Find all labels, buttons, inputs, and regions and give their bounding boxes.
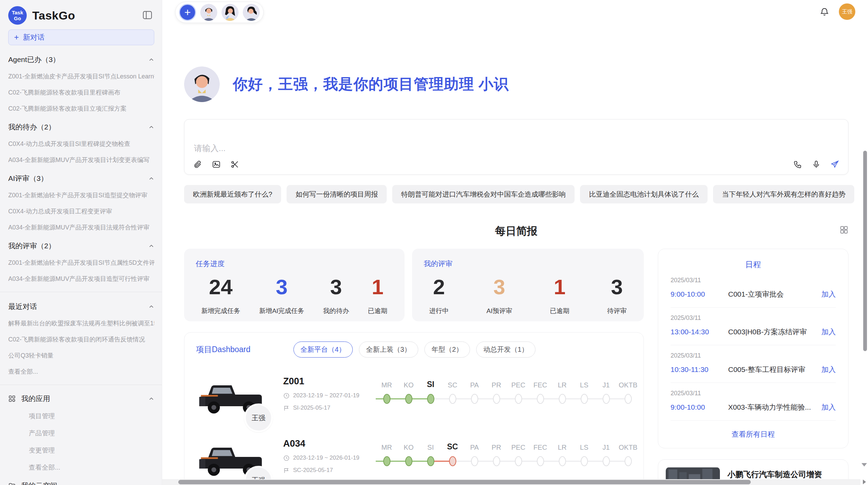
sidebar-item[interactable]: C0X4-动力总成开发项目工程变更评审 [8, 207, 154, 215]
milestone-dot [427, 456, 434, 466]
scroll-down-arrow[interactable] [861, 463, 867, 467]
schedule-name: C003|H0B-方案冻结评审 [728, 327, 821, 337]
milestone: SI [420, 439, 442, 469]
card-title: 任务进度 [196, 259, 393, 269]
project-info: A034 2023-12-19 ~ 2026-01-19 SC-2025-05-… [283, 438, 376, 474]
section-my-review[interactable]: 我的评审（2） [8, 241, 154, 251]
message-composer[interactable]: 请输入... [184, 119, 848, 175]
app-logo: Task Go [8, 6, 27, 25]
join-link[interactable]: 加入 [821, 289, 836, 299]
sidebar-item[interactable]: C0X4-动力总成开发项目SI里程碑提交物检查 [8, 140, 154, 148]
app-item-project-mgmt[interactable]: 项目管理 [29, 412, 154, 421]
suggestion-chip[interactable]: 特朗普可能对进口汽车增税会对中国车企造成哪些影响 [392, 185, 575, 203]
join-link[interactable]: 加入 [821, 327, 836, 337]
project-image: 王强 [196, 438, 275, 482]
section-title: 最近对话 [8, 302, 37, 311]
project-info: Z001 2023-12-19 ~ 2027-01-19 SI-2025-05-… [283, 376, 376, 411]
suggestion-chip[interactable]: 当下年轻人对汽车外观有怎样的喜好趋势 [713, 185, 854, 203]
sidebar-item-my-apps[interactable]: 我的应用 [8, 394, 154, 403]
grid-icon [8, 395, 16, 402]
horizontal-scrollbar-thumb[interactable] [178, 480, 751, 484]
milestone: J1 [595, 377, 617, 406]
attachment-icon[interactable] [193, 160, 202, 169]
section-title: 我的评审（2） [8, 241, 56, 251]
assistant-avatar-3[interactable] [243, 4, 260, 21]
project-row[interactable]: 王强 Z001 2023-12-19 ~ 2027-01-19 SI-2025-… [196, 376, 632, 420]
folder-icon [8, 482, 16, 485]
assistant-avatar-1[interactable] [200, 4, 217, 21]
chevron-up-icon [148, 396, 154, 402]
join-link[interactable]: 加入 [821, 365, 836, 374]
sidebar-item[interactable]: C02-飞腾新能源轻客改款项目立项汇报方案 [8, 104, 154, 113]
milestone-dot [427, 394, 434, 404]
stat-value: 2 [429, 275, 449, 299]
app-item-change-mgmt[interactable]: 变更管理 [29, 446, 154, 455]
tab-new-body[interactable]: 全新上装（3） [359, 341, 418, 358]
tab-powertrain[interactable]: 动总开发（1） [476, 341, 535, 358]
tab-year-model[interactable]: 年型（2） [424, 341, 470, 358]
app-item-product-mgmt[interactable]: 产品管理 [29, 429, 154, 438]
milestone-dot [383, 456, 390, 466]
sidebar-item-cloud-space[interactable]: 我的云空间 [8, 481, 154, 485]
cloud-space-label: 我的云空间 [21, 481, 154, 485]
milestone-dot [581, 456, 588, 466]
layout-grid-icon[interactable] [840, 225, 848, 234]
sidebar-item[interactable]: Z001-全新燃油轻卡产品开发项目SI造型提交物评审 [8, 191, 154, 199]
milestone: FEC [529, 439, 551, 469]
schedule-name: C001-立项审批会 [728, 289, 821, 299]
send-icon[interactable] [830, 160, 839, 169]
assistant-avatar-2[interactable] [221, 4, 239, 21]
project-dashboard-card: 项目Dashboard 全新平台（4） 全新上装（3） 年型（2） 动总开发（1… [184, 332, 644, 485]
sidebar-item[interactable]: A034-全新新能源MUV产品开发项目造型可行性评审 [8, 275, 154, 283]
scroll-right-arrow[interactable] [863, 480, 866, 484]
suggestion-chip[interactable]: 比亚迪全固态电池计划具体说了什么 [580, 185, 708, 203]
sidebar-collapse-icon[interactable] [142, 10, 153, 21]
view-all-schedule-link[interactable]: 查看所有日程 [671, 421, 836, 439]
scissors-icon[interactable] [230, 160, 239, 169]
section-recent-chats[interactable]: 最近对话 [8, 302, 154, 311]
section-my-todo[interactable]: 我的待办（2） [8, 122, 154, 132]
recent-chats-view-all[interactable]: 查看全部... [8, 368, 154, 376]
user-avatar[interactable]: 王强 [839, 3, 855, 20]
sidebar-item[interactable]: C02-飞腾新能源轻客改款项目里程碑画布 [8, 88, 154, 97]
chevron-up-icon [148, 124, 154, 130]
suggestion-chip[interactable]: 欧洲新规最近颁布了什么? [184, 185, 281, 203]
join-link[interactable]: 加入 [821, 402, 836, 412]
notification-bell-icon[interactable] [820, 7, 829, 16]
section-ai-review[interactable]: AI评审（3） [8, 174, 154, 183]
milestone-dot [603, 394, 610, 404]
suggestion-chip[interactable]: 如何写一份清晰的项目周报 [287, 185, 387, 203]
project-dates-text: 2023-12-19 ~ 2027-01-19 [293, 392, 359, 399]
image-upload-icon[interactable] [212, 160, 221, 169]
sidebar-item[interactable]: A034-全新新能源MUV产品开发项目计划变更表编写 [8, 156, 154, 164]
stat: 1 已逾期 [550, 275, 569, 315]
project-code: A034 [283, 438, 376, 449]
new-chat-button[interactable]: + 新对话 [8, 29, 154, 45]
recent-chat-item[interactable]: 解释最新出台的欧盟报废车法规再生塑料比例被调至15%... [8, 319, 154, 327]
stat: 3 待评审 [607, 275, 627, 315]
stat: 3 新增AI完成任务 [259, 275, 304, 315]
horizontal-scrollbar[interactable] [162, 479, 860, 485]
milestone-dot [449, 394, 456, 404]
stat-label: 新增完成任务 [201, 307, 240, 315]
stat: 1 已逾期 [368, 275, 387, 315]
new-chat-label: 新对话 [23, 33, 45, 42]
vertical-scrollbar-thumb[interactable] [863, 151, 867, 351]
schedule-item: 2025/03/11 9:00-10:00 C001-立项审批会 加入 [671, 270, 836, 308]
microphone-icon[interactable] [812, 160, 821, 169]
recent-chat-item[interactable]: 公司Q3轻卡销量 [8, 351, 154, 360]
section-agent-done[interactable]: Agent已办（3） [8, 55, 154, 64]
sidebar-item[interactable]: Z001-全新燃油轻卡产品开发项目SI节点属性5D文件评审 [8, 259, 154, 267]
section-title: Agent已办（3） [8, 55, 60, 64]
tab-new-platform[interactable]: 全新平台（4） [293, 341, 353, 358]
phone-icon[interactable] [793, 160, 802, 169]
add-assistant-button[interactable]: + [179, 4, 196, 21]
stat-value: 1 [550, 275, 569, 299]
schedule-time: 9:00-10:00 [671, 290, 728, 298]
recent-chat-item[interactable]: C02-飞腾新能源轻客改款项目的闭环通告反馈情况 [8, 335, 154, 344]
sidebar-item[interactable]: Z001-全新燃油皮卡产品开发项目SI节点Lesson Learn报告 [8, 72, 154, 80]
project-row[interactable]: 王强 A034 2023-12-19 ~ 2026-01-19 SC-2025-… [196, 438, 632, 482]
milestone: SI [420, 377, 442, 406]
sidebar-item[interactable]: A034-全新新能源MUV产品开发项目法规符合性评审 [8, 223, 154, 232]
apps-view-all[interactable]: 查看全部... [29, 463, 154, 472]
